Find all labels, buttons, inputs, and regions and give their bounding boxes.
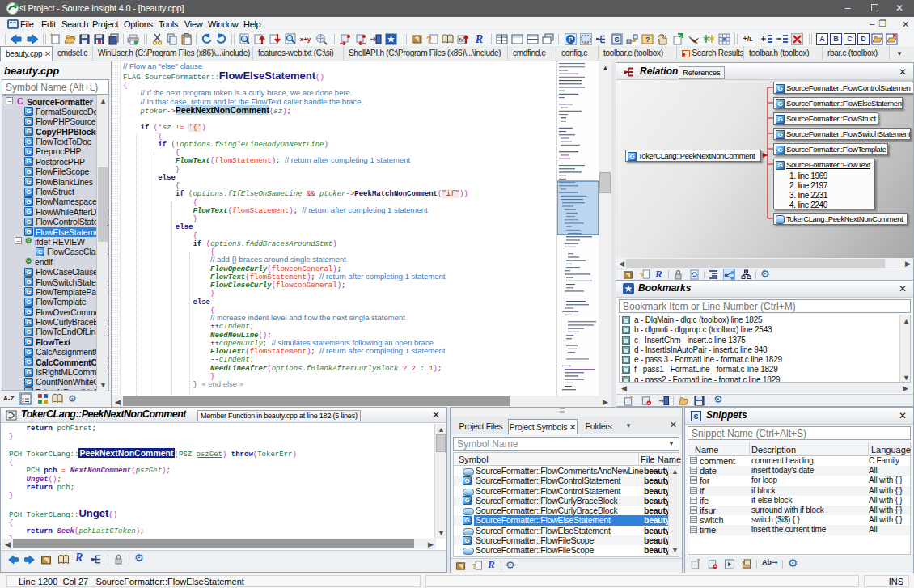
svg-text:S: S [694, 412, 699, 421]
svg-text:?: ? [645, 36, 650, 44]
svg-text:S: S [615, 36, 620, 44]
svg-text:?: ? [426, 35, 432, 44]
svg-text:fx: fx [459, 36, 464, 44]
svg-text:?: ? [640, 271, 645, 279]
svg-text:?: ? [472, 562, 477, 570]
svg-text:P: P [569, 36, 573, 44]
